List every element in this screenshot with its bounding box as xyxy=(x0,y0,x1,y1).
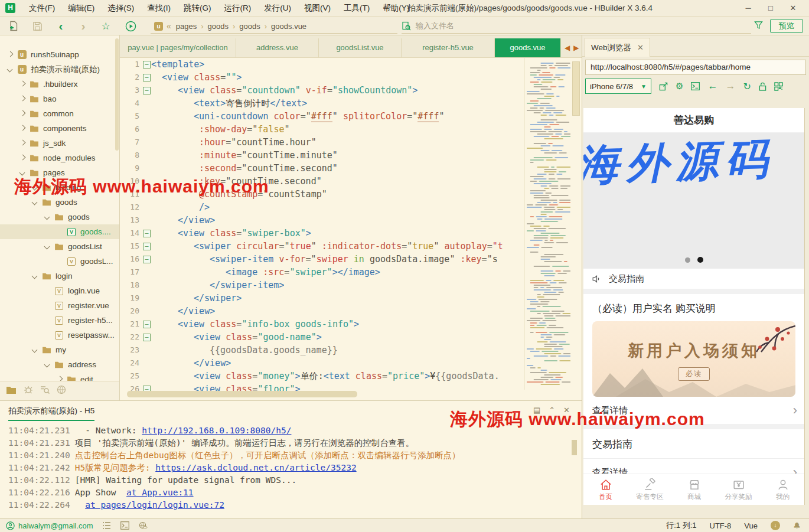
console-tab[interactable]: 拍卖演示前端(原始) - H5 xyxy=(8,406,94,421)
browser-back-icon[interactable]: ← xyxy=(707,80,717,92)
chevron-right-icon[interactable] xyxy=(19,155,25,161)
close-button[interactable]: ✕ xyxy=(782,0,804,16)
tree-item-login.vue[interactable]: Vlogin.vue xyxy=(0,283,120,298)
code-line[interactable]: 11@countStamp="countStamp" xyxy=(120,188,524,201)
code-line[interactable]: 10:key="countTime.second" xyxy=(120,175,524,188)
line-number[interactable]: 6 xyxy=(120,123,142,136)
line-number[interactable]: 5 xyxy=(120,110,142,123)
code-line[interactable]: 20</view> xyxy=(120,305,524,318)
chevron-right-icon[interactable] xyxy=(7,52,13,58)
console-scrollbar[interactable] xyxy=(572,440,577,455)
device-select[interactable]: iPhone 6/7/8 ▼ xyxy=(585,79,651,94)
console-close-icon[interactable]: ✕ xyxy=(563,406,570,414)
qrcode-icon[interactable] xyxy=(774,82,783,91)
app-tab-gavel[interactable]: 寄售专区 xyxy=(628,474,672,505)
code-line[interactable]: 19</swiper> xyxy=(120,292,524,305)
fold-marker-icon[interactable] xyxy=(142,240,151,253)
preview-button[interactable]: 预览 xyxy=(770,19,803,33)
tree-item-register.vue[interactable]: Vregister.vue xyxy=(0,298,120,313)
view-details-link[interactable]: 查看详情 › xyxy=(583,397,804,424)
account-email[interactable]: haiwaiym@gmail.com xyxy=(18,521,93,530)
code-line[interactable]: 13</view> xyxy=(120,214,524,227)
menu-item[interactable]: 运行(R) xyxy=(218,0,258,16)
app-notice-bar[interactable]: 交易指南 xyxy=(583,269,804,289)
network-globe-icon[interactable] xyxy=(139,521,148,530)
chevron-right-icon[interactable] xyxy=(19,96,25,102)
tree-item-goodslist[interactable]: goodsList xyxy=(0,239,120,254)
fold-marker-icon[interactable] xyxy=(142,71,151,84)
line-number[interactable]: 24 xyxy=(120,357,142,370)
tree-item-components[interactable]: components xyxy=(0,121,120,136)
tree-item-register-h5...[interactable]: Vregister-h5... xyxy=(0,313,120,328)
code-line[interactable]: 24</view> xyxy=(120,357,524,370)
notification-bell-icon[interactable]: 🔔︎ xyxy=(793,521,801,530)
code-line[interactable]: 12/> xyxy=(120,201,524,214)
breadcrumb-collapse-icon[interactable]: « xyxy=(167,21,171,31)
line-number[interactable]: 18 xyxy=(120,279,142,292)
code-line[interactable]: 4<text>寄售倒计时</text> xyxy=(120,97,524,110)
newcomer-banner[interactable]: 新用户入场须知 必读 xyxy=(592,321,795,397)
tree-item-my[interactable]: my xyxy=(0,342,120,357)
file-language[interactable]: Vue xyxy=(744,521,758,530)
editor-tab-register-h5.vue[interactable]: register-h5.vue xyxy=(402,38,495,57)
menu-item[interactable]: 文件(F) xyxy=(22,0,61,16)
chevron-right-icon[interactable] xyxy=(19,81,25,87)
tab-scroll-left-icon[interactable]: ◀ xyxy=(565,44,570,52)
line-number[interactable]: 17 xyxy=(120,266,142,279)
code-area[interactable]: 1<template>2<view class="">3<view class=… xyxy=(120,58,524,400)
minimize-button[interactable]: ─ xyxy=(737,0,759,16)
debug-bug-icon[interactable] xyxy=(24,385,33,397)
code-line[interactable]: 25<view class="money">单价:<text class="pr… xyxy=(120,370,524,383)
code-line[interactable]: 22<view class="good-name"> xyxy=(120,331,524,344)
chevron-right-icon[interactable] xyxy=(19,111,25,117)
chevron-down-icon[interactable] xyxy=(32,185,38,191)
tree-item-common[interactable]: common xyxy=(0,106,120,121)
tab-scroll-right-icon[interactable]: ▶ xyxy=(573,44,579,52)
browser-tab-close-icon[interactable]: ✕ xyxy=(637,43,644,52)
console-link[interactable]: https://ask.dcloud.net.cn/article/35232 xyxy=(155,463,356,472)
editor-tab-goodslist.vue[interactable]: goodsList.vue xyxy=(319,38,402,57)
tree-item-.hbuilderx[interactable]: .hbuilderx xyxy=(0,77,120,92)
app-tab-user[interactable]: 我的 xyxy=(761,474,805,505)
menu-item[interactable]: 发行(U) xyxy=(257,0,298,16)
chevron-down-icon[interactable] xyxy=(44,362,50,368)
line-number[interactable]: 21 xyxy=(120,318,142,331)
tree-item-goods[interactable]: goods xyxy=(0,210,120,224)
minimap[interactable] xyxy=(524,58,570,390)
code-line[interactable]: 3<view class="countdown" v-if="showCount… xyxy=(120,84,524,97)
line-number[interactable]: 9 xyxy=(120,162,142,175)
app-carousel[interactable]: 海外源码 xyxy=(583,133,804,269)
line-number[interactable]: 25 xyxy=(120,370,142,383)
menu-item[interactable]: 编辑(E) xyxy=(61,0,101,16)
open-external-icon[interactable] xyxy=(659,82,668,91)
tree-item-bao[interactable]: bao xyxy=(0,92,120,106)
settings-gear-icon[interactable]: ⚙ xyxy=(676,81,683,92)
breadcrumb-item[interactable]: goods xyxy=(239,22,260,31)
carousel-dot[interactable] xyxy=(685,257,690,263)
line-number[interactable]: 3 xyxy=(120,84,142,97)
account-info[interactable]: haiwaiym@gmail.com xyxy=(6,521,93,530)
fold-marker-icon[interactable] xyxy=(142,227,151,240)
bookmark-star-button[interactable]: ☆ xyxy=(98,18,113,34)
code-line[interactable]: 17<image :src="swiper"></image> xyxy=(120,266,524,279)
code-line[interactable]: 16<swiper-item v-for="swiper in goodsDat… xyxy=(120,253,524,266)
run-button[interactable] xyxy=(123,18,138,34)
maximize-button[interactable]: □ xyxy=(759,0,782,16)
sidebar-scrollbar[interactable] xyxy=(115,38,119,151)
line-number[interactable]: 19 xyxy=(120,292,142,305)
chevron-down-icon[interactable] xyxy=(32,347,38,353)
line-number[interactable]: 20 xyxy=(120,305,142,318)
app-tab-reward[interactable]: 分享奖励 xyxy=(716,474,761,505)
breadcrumb-item[interactable]: goods xyxy=(208,22,229,31)
breadcrumb-item[interactable]: goods.vue xyxy=(271,22,306,31)
menu-item[interactable]: 跳转(G) xyxy=(177,0,218,16)
chevron-down-icon[interactable] xyxy=(32,200,38,205)
fold-marker-icon[interactable] xyxy=(142,84,151,97)
line-number[interactable]: 15 xyxy=(120,240,142,253)
editor-tab-goods.vue[interactable]: goods.vue xyxy=(495,38,561,57)
chevron-right-icon[interactable] xyxy=(19,141,25,146)
line-number[interactable]: 11 xyxy=(120,188,142,201)
remote-globe-icon[interactable] xyxy=(57,385,66,397)
nav-back-button[interactable]: ‹ xyxy=(53,18,68,34)
file-encoding[interactable]: UTF-8 xyxy=(710,521,732,530)
